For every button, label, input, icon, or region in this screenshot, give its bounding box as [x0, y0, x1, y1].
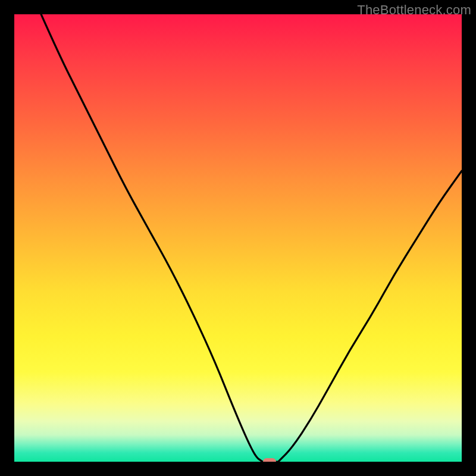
plot-area — [14, 14, 462, 462]
chart-frame: TheBottleneck.com — [0, 0, 476, 476]
bottleneck-curve — [14, 14, 462, 462]
watermark-text: TheBottleneck.com — [357, 2, 471, 18]
optimal-marker — [263, 458, 276, 462]
